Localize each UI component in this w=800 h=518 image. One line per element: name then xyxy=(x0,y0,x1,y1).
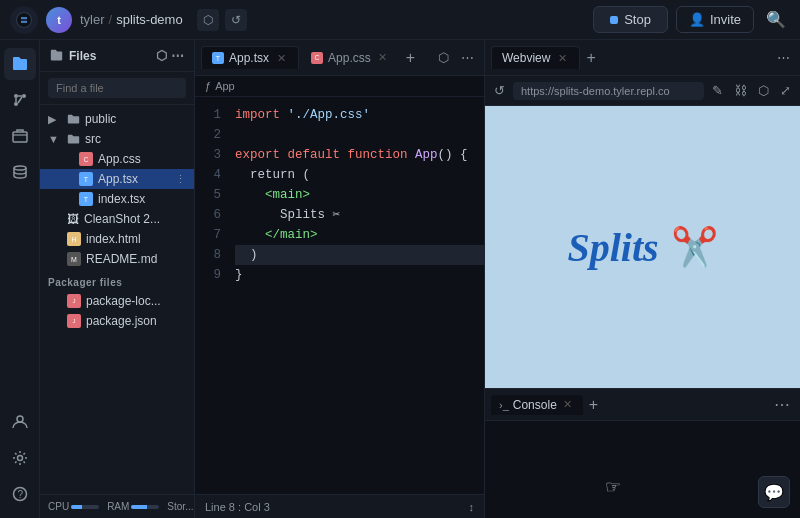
reload-icon-btn[interactable]: ↺ xyxy=(491,81,508,100)
file-panel-icon-2[interactable]: ⋯ xyxy=(171,48,184,63)
url-input[interactable] xyxy=(513,82,704,100)
chat-button[interactable]: 💬 xyxy=(758,476,790,508)
cpu-bar xyxy=(71,505,99,509)
history-icon-btn[interactable]: ↺ xyxy=(225,9,247,31)
cursor-position: Line 8 : Col 3 xyxy=(205,501,270,513)
css-file-icon: C xyxy=(79,152,93,166)
console-tabs: ›_ Console ✕ + ⋯ xyxy=(485,389,800,421)
pop-out-btn[interactable]: ⤢ xyxy=(777,81,794,100)
list-item[interactable]: J package-loc... xyxy=(40,291,194,311)
webview-preview: Splits ✂️ xyxy=(485,106,800,388)
console-icon: ›_ xyxy=(499,399,509,411)
tab-close-icon[interactable]: ✕ xyxy=(561,398,575,412)
search-input[interactable] xyxy=(48,78,186,98)
tab-app-css[interactable]: C App.css ✕ xyxy=(301,47,400,69)
sidebar-item-database[interactable] xyxy=(4,156,36,188)
tab-webview[interactable]: Webview ✕ xyxy=(491,46,580,69)
webview-more-btn[interactable]: ⋯ xyxy=(773,48,794,67)
stop-label: Stop xyxy=(624,12,651,27)
svg-point-9 xyxy=(14,166,26,170)
tab-close-icon[interactable]: ✕ xyxy=(376,51,390,65)
css-icon: C xyxy=(311,52,323,64)
svg-line-6 xyxy=(18,97,22,103)
chevron-right-icon: ▶ xyxy=(48,113,62,126)
sidebar-item-git[interactable] xyxy=(4,84,36,116)
tab-console[interactable]: ›_ Console ✕ xyxy=(491,395,583,415)
external-icon-btn[interactable]: ⬡ xyxy=(755,81,772,100)
files-title: Files xyxy=(69,49,96,63)
list-item[interactable]: ▼ src xyxy=(40,129,194,149)
list-item[interactable]: ▶ public xyxy=(40,109,194,129)
stop-button[interactable]: Stop xyxy=(593,6,668,33)
file-breadcrumb: ƒ App xyxy=(195,76,484,97)
sidebar-item-help[interactable]: ? xyxy=(4,478,36,510)
json-file-icon: J xyxy=(67,294,81,308)
file-search xyxy=(40,72,194,105)
topbar-icons: ⬡ ↺ xyxy=(197,9,247,31)
file-name: package-loc... xyxy=(86,294,161,308)
app-title: Splits xyxy=(567,224,658,271)
tab-add-button[interactable]: + xyxy=(582,45,599,71)
editor-area: T App.tsx ✕ C App.css ✕ + ⬡ ⋯ ƒ App 1 2 xyxy=(195,40,485,518)
invite-button[interactable]: 👤 Invite xyxy=(676,6,754,33)
svg-point-1 xyxy=(14,94,18,98)
list-item[interactable]: T App.tsx ⋮ xyxy=(40,169,194,189)
file-panel-header: Files ⬡ ⋯ xyxy=(40,40,194,72)
list-item[interactable]: C App.css xyxy=(40,149,194,169)
webview-tab-label: Webview xyxy=(502,51,550,65)
list-item[interactable]: H index.html xyxy=(40,229,194,249)
search-icon-btn[interactable]: 🔍 xyxy=(762,6,790,33)
code-content: import './App.css' export default functi… xyxy=(231,105,484,486)
invite-label: Invite xyxy=(710,12,741,27)
link-icon-btn[interactable]: ⛓ xyxy=(731,81,750,100)
html-file-icon: H xyxy=(67,232,81,246)
edit-icon-btn[interactable]: ✎ xyxy=(709,81,726,100)
format-icon[interactable]: ↕ xyxy=(469,501,475,513)
console-content[interactable]: 💬 xyxy=(485,421,800,518)
tsx-file-icon: T xyxy=(79,172,93,186)
list-item[interactable]: T index.tsx xyxy=(40,189,194,209)
repl-name: splits-demo xyxy=(116,12,182,27)
file-name: App.css xyxy=(98,152,141,166)
tab-label: App.css xyxy=(328,51,371,65)
webview-toolbar-icons: ⋯ xyxy=(773,48,794,67)
console-add-tab[interactable]: + xyxy=(585,392,602,418)
list-item[interactable]: M README.md xyxy=(40,249,194,269)
code-editor[interactable]: 1 2 3 4 5 6 7 8 9 import './App.css' exp… xyxy=(195,97,484,494)
tsx-file-icon: T xyxy=(79,192,93,206)
tab-close-icon[interactable]: ✕ xyxy=(555,51,569,65)
webview-address-bar: ↺ ✎ ⛓ ⬡ ⤢ xyxy=(485,76,800,106)
svg-point-10 xyxy=(17,416,23,422)
console-tab-label: Console xyxy=(513,398,557,412)
tab-add-button[interactable]: + xyxy=(402,45,419,71)
list-item[interactable]: 🖼 CleanShot 2... xyxy=(40,209,194,229)
svg-point-0 xyxy=(17,12,32,27)
list-item[interactable]: J package.json xyxy=(40,311,194,331)
file-name: CleanShot 2... xyxy=(84,212,160,226)
file-panel: Files ⬡ ⋯ ▶ public ▼ src xyxy=(40,40,195,518)
stor-stat: Stor... xyxy=(167,501,193,512)
cursor-hand xyxy=(605,476,621,498)
file-more-icon[interactable]: ⋮ xyxy=(175,173,186,186)
tab-app-tsx[interactable]: T App.tsx ✕ xyxy=(201,46,299,69)
svg-point-11 xyxy=(17,456,22,461)
folder-icon xyxy=(67,113,80,126)
svg-rect-7 xyxy=(13,132,27,142)
sidebar-item-files[interactable] xyxy=(4,48,36,80)
file-panel-icon-1[interactable]: ⬡ xyxy=(156,48,167,63)
pointer-icon xyxy=(605,476,621,498)
console-panel: ›_ Console ✕ + ⋯ 💬 xyxy=(485,388,800,518)
ram-label: RAM xyxy=(107,501,129,512)
editor-maximize-btn[interactable]: ⬡ xyxy=(434,48,453,67)
console-more-btn[interactable]: ⋯ xyxy=(770,393,794,417)
branch-icon-btn[interactable]: ⬡ xyxy=(197,9,219,31)
sidebar-item-user[interactable] xyxy=(4,406,36,438)
sidebar-item-packages[interactable] xyxy=(4,120,36,152)
sidebar-item-settings[interactable] xyxy=(4,442,36,474)
right-panel: Webview ✕ + ⋯ ↺ ✎ ⛓ ⬡ ⤢ Splits ✂️ xyxy=(485,40,800,518)
tab-close-icon[interactable]: ✕ xyxy=(274,51,288,65)
editor-more-btn[interactable]: ⋯ xyxy=(457,48,478,67)
file-name: index.html xyxy=(86,232,141,246)
tab-label: App.tsx xyxy=(229,51,269,65)
folder-name: src xyxy=(85,132,101,146)
